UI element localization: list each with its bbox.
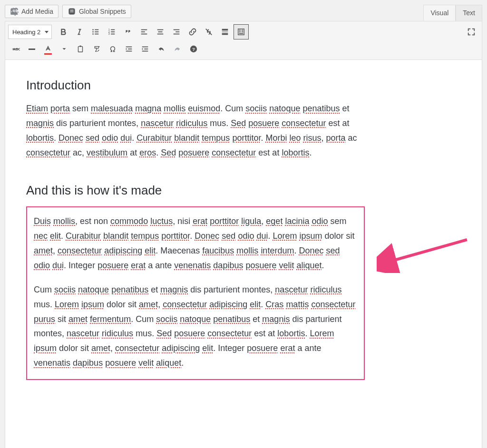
unlink-button[interactable] — [201, 24, 216, 39]
align-center-button[interactable] — [153, 24, 168, 39]
ol-button[interactable]: 123 — [104, 24, 119, 39]
svg-rect-18 — [157, 29, 164, 30]
help-button[interactable]: ? — [186, 41, 201, 57]
ul-button[interactable] — [88, 24, 103, 39]
align-right-button[interactable] — [169, 24, 184, 39]
svg-rect-36 — [79, 46, 81, 47]
heading-how-made: And this is how it's made — [26, 183, 463, 198]
hr-icon — [29, 49, 35, 50]
global-snippets-label: Global Snippets — [79, 8, 126, 15]
editor-toolbar: Heading 2 123 ABC — [5, 21, 482, 60]
special-char-button[interactable] — [105, 41, 120, 57]
svg-rect-26 — [222, 33, 228, 35]
media-icon — [10, 7, 19, 16]
paragraph-1: Etiam porta sem malesuada magna mollis e… — [26, 101, 359, 160]
svg-rect-12 — [111, 29, 115, 30]
svg-rect-39 — [128, 49, 132, 49]
tab-visual[interactable]: Visual — [423, 5, 456, 21]
clear-format-button[interactable] — [89, 41, 104, 57]
color-swatch — [44, 53, 52, 55]
svg-rect-1 — [70, 10, 73, 10]
svg-rect-8 — [95, 34, 98, 35]
svg-rect-28 — [239, 30, 241, 31]
svg-point-4 — [92, 31, 94, 33]
svg-rect-6 — [95, 29, 98, 30]
svg-rect-17 — [141, 34, 147, 35]
text-color-dropdown[interactable] — [57, 41, 72, 57]
svg-rect-7 — [95, 31, 98, 32]
svg-rect-14 — [111, 34, 115, 35]
svg-point-5 — [92, 33, 94, 35]
svg-rect-21 — [174, 29, 180, 30]
snippets-icon — [68, 7, 76, 16]
align-left-button[interactable] — [136, 24, 152, 39]
svg-rect-15 — [141, 29, 147, 30]
svg-rect-25 — [222, 31, 228, 32]
svg-rect-13 — [111, 31, 115, 32]
bold-button[interactable] — [56, 24, 71, 39]
svg-rect-23 — [174, 34, 180, 35]
svg-text:3: 3 — [108, 32, 110, 35]
readmore-button[interactable] — [217, 24, 233, 39]
link-button[interactable] — [185, 24, 200, 39]
svg-rect-29 — [242, 30, 244, 31]
paste-text-button[interactable] — [73, 41, 88, 57]
paragraph-2: Duis mollis, est non commodo luctus, nis… — [34, 214, 357, 273]
editor-shell: Heading 2 123 ABC — [5, 21, 482, 448]
svg-rect-24 — [222, 29, 228, 31]
undo-button[interactable] — [154, 41, 169, 57]
blockquote-button[interactable] — [120, 24, 136, 39]
format-select[interactable]: Heading 2 — [8, 25, 52, 39]
svg-rect-43 — [142, 51, 148, 52]
svg-rect-19 — [158, 31, 163, 32]
svg-rect-40 — [126, 51, 132, 52]
add-media-button[interactable]: Add Media — [5, 5, 58, 18]
paragraph-3: Cum sociis natoque penatibus et magnis d… — [34, 282, 357, 371]
svg-rect-38 — [126, 47, 132, 48]
heading-introduction: Introduction — [26, 78, 463, 93]
add-media-label: Add Media — [21, 8, 53, 15]
fullscreen-button[interactable] — [464, 24, 479, 39]
toolbar-toggle-button[interactable] — [234, 24, 249, 39]
outdent-button[interactable] — [121, 41, 136, 57]
svg-rect-32 — [239, 33, 244, 34]
strikethrough-button[interactable]: ABC — [8, 41, 23, 57]
hr-button[interactable] — [24, 41, 39, 57]
italic-button[interactable] — [72, 24, 87, 39]
svg-rect-41 — [142, 47, 148, 48]
svg-rect-2 — [70, 11, 73, 12]
svg-rect-16 — [141, 31, 145, 32]
indent-button[interactable] — [137, 41, 153, 57]
svg-rect-20 — [157, 34, 164, 35]
editor-tabs: Visual Text — [423, 5, 482, 21]
text-color-button[interactable] — [40, 41, 56, 57]
global-snippets-button[interactable]: Global Snippets — [62, 5, 131, 18]
svg-rect-31 — [242, 31, 244, 32]
svg-rect-35 — [78, 47, 83, 52]
svg-rect-42 — [144, 49, 148, 49]
svg-rect-22 — [175, 31, 179, 32]
svg-text:?: ? — [192, 47, 195, 52]
snippet-highlight-box: Duis mollis, est non commodo luctus, nis… — [26, 206, 365, 380]
editor-canvas[interactable]: Introduction Etiam porta sem malesuada m… — [5, 60, 482, 448]
editor-topbar: Add Media Global Snippets Visual Text — [0, 0, 487, 21]
svg-point-3 — [92, 29, 94, 30]
svg-rect-30 — [239, 31, 241, 32]
redo-button[interactable] — [170, 41, 185, 57]
tab-text[interactable]: Text — [456, 5, 482, 21]
